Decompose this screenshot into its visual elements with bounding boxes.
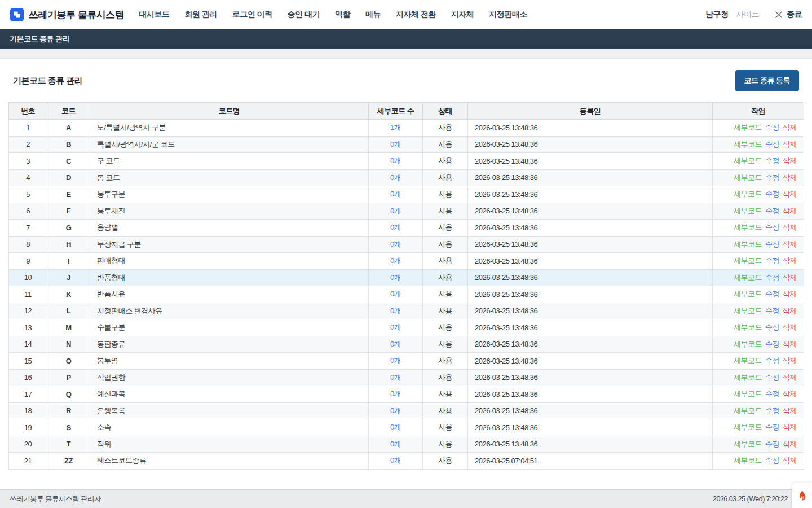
delete-link[interactable]: 삭제 <box>783 406 797 415</box>
delete-link[interactable]: 삭제 <box>783 223 797 231</box>
delete-link[interactable]: 삭제 <box>783 273 797 282</box>
detail-count-link[interactable]: 0개 <box>390 240 401 248</box>
detail-codes-link[interactable]: 세부코드 <box>734 173 762 182</box>
detail-count-link[interactable]: 0개 <box>390 273 401 282</box>
nav-item-3[interactable]: 로그인 이력 <box>232 10 272 20</box>
detail-codes-link[interactable]: 세부코드 <box>734 389 762 398</box>
detail-count-link[interactable]: 0개 <box>390 406 401 415</box>
detail-count-link[interactable]: 0개 <box>390 356 401 365</box>
detail-codes-link[interactable]: 세부코드 <box>734 240 762 248</box>
detail-codes-link[interactable]: 세부코드 <box>734 156 762 165</box>
nav-item-4[interactable]: 승인 대기 <box>288 10 320 20</box>
delete-link[interactable]: 삭제 <box>783 423 797 431</box>
detail-codes-link[interactable]: 세부코드 <box>734 440 762 448</box>
detail-codes-link[interactable]: 세부코드 <box>734 423 762 431</box>
nav-item-6[interactable]: 메뉴 <box>365 10 381 20</box>
register-code-type-button[interactable]: 코드 종류 등록 <box>735 70 799 91</box>
delete-link[interactable]: 삭제 <box>783 306 797 315</box>
detail-codes-link[interactable]: 세부코드 <box>734 356 762 365</box>
detail-count-link[interactable]: 1개 <box>390 123 401 132</box>
detail-count-link[interactable]: 0개 <box>390 423 401 431</box>
edit-link[interactable]: 수정 <box>765 140 779 148</box>
edit-link[interactable]: 수정 <box>765 389 779 398</box>
column-header-6: 등록일 <box>468 103 713 120</box>
nav-item-1[interactable]: 대시보드 <box>139 10 169 20</box>
edit-link[interactable]: 수정 <box>765 156 779 165</box>
edit-link[interactable]: 수정 <box>765 406 779 415</box>
current-org-label[interactable]: 남구청 <box>705 10 729 20</box>
detail-count-link[interactable]: 0개 <box>390 440 401 448</box>
detail-count-link[interactable]: 0개 <box>390 323 401 331</box>
edit-link[interactable]: 수정 <box>765 306 779 315</box>
edit-link[interactable]: 수정 <box>765 256 779 265</box>
nav-item-7[interactable]: 지자체 전환 <box>396 10 436 20</box>
edit-link[interactable]: 수정 <box>765 273 779 282</box>
debug-toolbar-toggle[interactable] <box>792 483 812 508</box>
detail-count-link[interactable]: 0개 <box>390 256 401 265</box>
edit-link[interactable]: 수정 <box>765 290 779 298</box>
edit-link[interactable]: 수정 <box>765 456 779 465</box>
edit-link[interactable]: 수정 <box>765 323 779 331</box>
edit-link[interactable]: 수정 <box>765 340 779 348</box>
detail-codes-link[interactable]: 세부코드 <box>734 373 762 382</box>
detail-count-link[interactable]: 0개 <box>390 456 401 465</box>
delete-link[interactable]: 삭제 <box>783 256 797 265</box>
detail-codes-link[interactable]: 세부코드 <box>734 140 762 148</box>
detail-count-link[interactable]: 0개 <box>390 173 401 182</box>
delete-link[interactable]: 삭제 <box>783 140 797 148</box>
delete-link[interactable]: 삭제 <box>783 173 797 182</box>
detail-count-link[interactable]: 0개 <box>390 207 401 215</box>
nav-item-9[interactable]: 지정판매소 <box>489 10 527 20</box>
detail-count-link[interactable]: 0개 <box>390 223 401 231</box>
edit-link[interactable]: 수정 <box>765 123 779 132</box>
cell-created: 2026-03-25 13:48:36 <box>468 253 713 270</box>
detail-codes-link[interactable]: 세부코드 <box>734 256 762 265</box>
detail-codes-link[interactable]: 세부코드 <box>734 340 762 348</box>
edit-link[interactable]: 수정 <box>765 440 779 448</box>
detail-codes-link[interactable]: 세부코드 <box>734 123 762 132</box>
nav-item-2[interactable]: 회원 관리 <box>184 10 217 20</box>
edit-link[interactable]: 수정 <box>765 223 779 231</box>
detail-codes-link[interactable]: 세부코드 <box>734 406 762 415</box>
detail-codes-link[interactable]: 세부코드 <box>734 223 762 231</box>
edit-link[interactable]: 수정 <box>765 207 779 215</box>
detail-codes-link[interactable]: 세부코드 <box>734 456 762 465</box>
delete-link[interactable]: 삭제 <box>783 207 797 215</box>
delete-link[interactable]: 삭제 <box>783 190 797 198</box>
delete-link[interactable]: 삭제 <box>783 323 797 331</box>
brand[interactable]: 쓰레기봉투 물류시스템 <box>10 8 124 21</box>
detail-codes-link[interactable]: 세부코드 <box>734 190 762 198</box>
edit-link[interactable]: 수정 <box>765 373 779 382</box>
detail-count-link[interactable]: 0개 <box>390 373 401 382</box>
edit-link[interactable]: 수정 <box>765 240 779 248</box>
delete-link[interactable]: 삭제 <box>783 373 797 382</box>
edit-link[interactable]: 수정 <box>765 190 779 198</box>
delete-link[interactable]: 삭제 <box>783 440 797 448</box>
detail-count-link[interactable]: 0개 <box>390 340 401 348</box>
detail-codes-link[interactable]: 세부코드 <box>734 323 762 331</box>
delete-link[interactable]: 삭제 <box>783 356 797 365</box>
detail-codes-link[interactable]: 세부코드 <box>734 207 762 215</box>
edit-link[interactable]: 수정 <box>765 356 779 365</box>
detail-count-link[interactable]: 0개 <box>390 156 401 165</box>
detail-codes-link[interactable]: 세부코드 <box>734 290 762 298</box>
detail-count-link[interactable]: 0개 <box>390 306 401 315</box>
detail-codes-link[interactable]: 세부코드 <box>734 273 762 282</box>
nav-item-5[interactable]: 역할 <box>335 10 350 20</box>
detail-count-link[interactable]: 0개 <box>390 389 401 398</box>
delete-link[interactable]: 삭제 <box>783 340 797 348</box>
edit-link[interactable]: 수정 <box>765 423 779 431</box>
delete-link[interactable]: 삭제 <box>783 456 797 465</box>
delete-link[interactable]: 삭제 <box>783 123 797 132</box>
delete-link[interactable]: 삭제 <box>783 290 797 298</box>
delete-link[interactable]: 삭제 <box>783 240 797 248</box>
detail-count-link[interactable]: 0개 <box>390 190 401 198</box>
delete-link[interactable]: 삭제 <box>783 389 797 398</box>
detail-codes-link[interactable]: 세부코드 <box>734 306 762 315</box>
detail-count-link[interactable]: 0개 <box>390 290 401 298</box>
edit-link[interactable]: 수정 <box>765 173 779 182</box>
delete-link[interactable]: 삭제 <box>783 156 797 165</box>
nav-item-8[interactable]: 지자체 <box>451 10 474 20</box>
logout-button[interactable]: 종료 <box>775 10 802 20</box>
detail-count-link[interactable]: 0개 <box>390 140 401 148</box>
